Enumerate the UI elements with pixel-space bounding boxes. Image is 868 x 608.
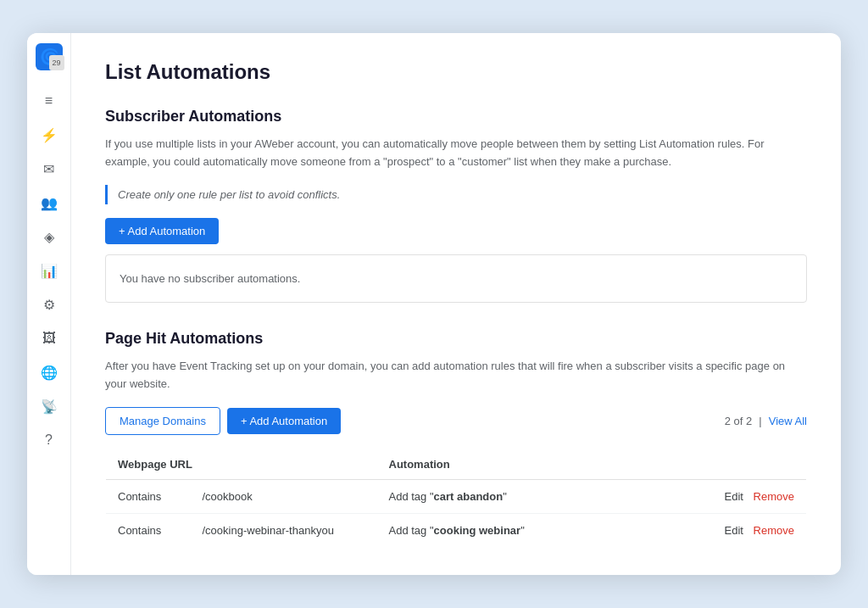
view-all-link[interactable]: View All: [769, 415, 807, 427]
col-header-actions: [705, 449, 807, 479]
page-hit-table: Webpage URL Automation Contains /cookboo…: [105, 449, 807, 548]
page-hit-automations-section: Page Hit Automations After you have Even…: [105, 330, 807, 548]
messages-icon: ✉: [43, 161, 54, 177]
table-header-row: Webpage URL Automation: [106, 449, 807, 479]
row1-edit-button[interactable]: Edit: [725, 490, 743, 503]
sidebar-item-automations[interactable]: ⚡: [34, 120, 64, 150]
row1-automation-tag: cart abandon: [434, 490, 504, 503]
sidebar-item-landing[interactable]: 📡: [34, 391, 64, 421]
page-title: List Automations: [105, 60, 807, 84]
row1-automation-prefix: Add tag ": [389, 490, 434, 503]
page-hit-automations-title: Page Hit Automations: [105, 330, 807, 348]
row2-automation-prefix: Add tag ": [389, 524, 434, 537]
row1-match-type: Contains: [106, 479, 191, 513]
automations-icon: ⚡: [41, 127, 58, 143]
row2-automation: Add tag "cooking webinar": [377, 513, 705, 547]
row2-edit-button[interactable]: Edit: [725, 524, 743, 537]
segments-icon: ◈: [44, 229, 54, 245]
sidebar-item-segments[interactable]: ◈: [34, 221, 64, 252]
integrations-icon: ⚙: [43, 297, 55, 313]
add-subscriber-automation-button[interactable]: + Add Automation: [105, 218, 219, 244]
subscriber-automations-description: If you use multiple lists in your AWeber…: [105, 136, 800, 171]
row2-path: /cooking-webinar-thankyou: [191, 513, 377, 547]
sidebar-item-web[interactable]: 🌐: [34, 357, 64, 388]
row1-actions: Edit Remove: [705, 479, 807, 513]
sidebar-item-integrations[interactable]: ⚙: [34, 289, 64, 320]
sidebar-badge: 29: [49, 55, 64, 70]
row2-remove-button[interactable]: Remove: [754, 524, 794, 537]
main-content: List Automations Subscriber Automations …: [71, 33, 841, 574]
toolbar-separator: |: [759, 415, 761, 427]
row1-path: /cookbook: [191, 479, 377, 513]
sidebar-item-help[interactable]: ?: [34, 425, 64, 455]
media-icon: 🖼: [42, 331, 56, 346]
subscribers-icon: 👥: [41, 195, 58, 211]
sidebar-item-reports[interactable]: 📊: [34, 255, 64, 286]
subscriber-automations-section: Subscriber Automations If you use multip…: [105, 108, 807, 303]
menu-icon: ≡: [45, 93, 53, 109]
subscriber-automations-empty: You have no subscriber automations.: [105, 254, 807, 303]
subscriber-automations-title: Subscriber Automations: [105, 108, 807, 126]
row2-automation-tag: cooking webinar: [434, 524, 521, 537]
row2-automation-suffix: ": [520, 524, 525, 537]
row1-automation: Add tag "cart abandon": [377, 479, 705, 513]
reports-icon: 📊: [41, 263, 58, 279]
row2-match-type: Contains: [106, 513, 191, 547]
row1-remove-button[interactable]: Remove: [754, 490, 794, 503]
row1-automation-suffix: ": [503, 490, 507, 503]
table-row: Contains /cooking-webinar-thankyou Add t…: [106, 513, 807, 547]
toolbar-right: 2 of 2 | View All: [725, 415, 807, 427]
table-row: Contains /cookbook Add tag "cart abandon…: [106, 479, 807, 513]
add-page-hit-automation-button[interactable]: + Add Automation: [227, 408, 341, 434]
toolbar-left: Manage Domains + Add Automation: [105, 407, 341, 435]
col-header-webpage-url: Webpage URL: [106, 449, 377, 479]
page-hit-automations-description: After you have Event Tracking set up on …: [105, 358, 800, 393]
landing-icon: 📡: [41, 399, 58, 415]
row2-actions: Edit Remove: [705, 513, 807, 547]
web-icon: 🌐: [41, 365, 58, 381]
subscriber-automations-notice: Create only one rule per list to avoid c…: [105, 185, 807, 204]
page-hit-toolbar: Manage Domains + Add Automation 2 of 2 |…: [105, 407, 807, 435]
empty-message: You have no subscriber automations.: [120, 272, 300, 285]
sidebar: 🌀 29 ≡ ⚡ ✉ 👥 ◈ 📊 ⚙ 🖼 🌐 📡: [27, 33, 71, 574]
sidebar-item-media[interactable]: 🖼: [34, 323, 64, 354]
manage-domains-button[interactable]: Manage Domains: [105, 407, 220, 435]
automation-count: 2 of 2: [725, 415, 753, 427]
sidebar-item-messages[interactable]: ✉: [34, 153, 64, 184]
sidebar-item-subscribers[interactable]: 👥: [34, 187, 64, 218]
sidebar-item-menu[interactable]: ≡: [34, 86, 64, 116]
browser-window: 🌀 29 ≡ ⚡ ✉ 👥 ◈ 📊 ⚙ 🖼 🌐 📡: [27, 33, 841, 574]
subscriber-automations-toolbar: + Add Automation: [105, 218, 807, 244]
help-icon: ?: [45, 432, 53, 448]
col-header-automation: Automation: [377, 449, 705, 479]
